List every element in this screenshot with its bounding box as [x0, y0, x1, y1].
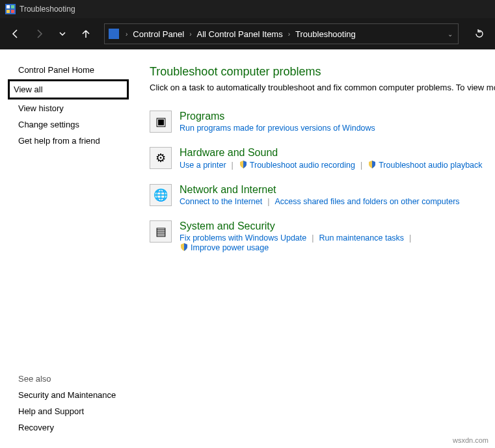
breadcrumb-item[interactable]: Control Panel [133, 29, 184, 39]
svg-rect-2 [11, 5, 14, 8]
see-also-heading: See also [18, 374, 137, 384]
main-panel: Troubleshoot computer problems Click on … [137, 49, 495, 448]
chevron-down-icon[interactable]: ⌄ [444, 31, 454, 38]
svg-rect-4 [11, 10, 14, 13]
recent-button[interactable] [52, 23, 73, 44]
content-area: Control Panel HomeView allView historyCh… [0, 49, 495, 448]
task-link[interactable]: Use a printer [180, 161, 226, 170]
refresh-button[interactable] [469, 23, 490, 44]
task-link[interactable]: Troubleshoot audio recording [239, 160, 355, 170]
sidebar-item-get-help-from-a-friend[interactable]: Get help from a friend [18, 136, 137, 146]
up-button[interactable] [75, 23, 96, 44]
task-link[interactable]: Improve power usage [180, 243, 269, 252]
chevron-right-icon: › [286, 31, 293, 38]
system-icon: ▤ [150, 220, 172, 243]
shield-icon [239, 160, 248, 169]
task-link[interactable]: Run maintenance tasks [319, 233, 404, 243]
svg-rect-3 [7, 10, 10, 13]
link-separator: | [226, 161, 239, 170]
forward-button[interactable] [29, 23, 49, 44]
category-title[interactable]: Hardware and Sound [180, 147, 495, 159]
task-link[interactable]: Troubleshoot audio playback [368, 160, 482, 170]
link-separator: | [306, 233, 319, 243]
address-icon [109, 29, 119, 39]
category-links: Use a printer|Troubleshoot audio recordi… [180, 160, 495, 170]
category-links: Connect to the Internet|Access shared fi… [180, 197, 495, 206]
hardware-icon: ⚙ [150, 147, 172, 169]
task-link[interactable]: Connect to the Internet [180, 197, 262, 206]
sidebar-item-control-panel-home[interactable]: Control Panel Home [18, 65, 137, 75]
chevron-right-icon: › [123, 31, 130, 38]
titlebar: Troubleshooting [0, 0, 495, 18]
category-title[interactable]: Network and Internet [180, 184, 495, 196]
category-links: Fix problems with Windows Update|Run mai… [180, 233, 495, 252]
page-title: Troubleshoot computer problems [150, 65, 495, 79]
see-also-help-and-support[interactable]: Help and Support [18, 406, 137, 416]
page-subtitle: Click on a task to automatically trouble… [150, 83, 495, 92]
link-separator: | [404, 233, 416, 243]
sidebar: Control Panel HomeView allView historyCh… [0, 49, 137, 448]
shield-icon [180, 243, 189, 252]
sidebar-item-view-history[interactable]: View history [18, 103, 137, 113]
window-title: Troubleshooting [20, 5, 75, 14]
see-also-recovery[interactable]: Recovery [18, 423, 137, 432]
sidebar-item-change-settings[interactable]: Change settings [18, 120, 137, 129]
chevron-right-icon: › [187, 31, 194, 38]
category-links: Run programs made for previous versions … [180, 124, 495, 133]
see-also-security-and-maintenance[interactable]: Security and Maintenance [18, 390, 137, 400]
category-programs: ▣ProgramsRun programs made for previous … [150, 111, 495, 133]
watermark: wsxdn.com [453, 436, 488, 444]
address-bar[interactable]: › Control Panel › All Control Panel Item… [104, 23, 459, 44]
category-system-and-security: ▤System and SecurityFix problems with Wi… [150, 220, 495, 252]
link-separator: | [262, 197, 274, 206]
back-button[interactable] [5, 23, 26, 44]
category-title[interactable]: System and Security [180, 220, 495, 232]
category-title[interactable]: Programs [180, 111, 495, 122]
category-network-and-internet: 🌐Network and InternetConnect to the Inte… [150, 184, 495, 206]
svg-rect-1 [7, 5, 10, 8]
category-hardware-and-sound: ⚙Hardware and SoundUse a printer|Trouble… [150, 147, 495, 170]
link-separator: | [355, 161, 368, 170]
navbar: › Control Panel › All Control Panel Item… [0, 18, 495, 49]
task-link[interactable]: Run programs made for previous versions … [180, 124, 375, 133]
shield-icon [368, 160, 377, 169]
breadcrumb-item[interactable]: All Control Panel Items [196, 29, 282, 39]
task-link[interactable]: Access shared files and folders on other… [274, 197, 459, 206]
network-icon: 🌐 [150, 184, 172, 206]
programs-icon: ▣ [150, 111, 172, 133]
breadcrumb-item[interactable]: Troubleshooting [295, 29, 356, 39]
sidebar-item-view-all[interactable]: View all [8, 79, 129, 99]
task-link[interactable]: Fix problems with Windows Update [180, 233, 306, 243]
app-icon [5, 4, 16, 14]
